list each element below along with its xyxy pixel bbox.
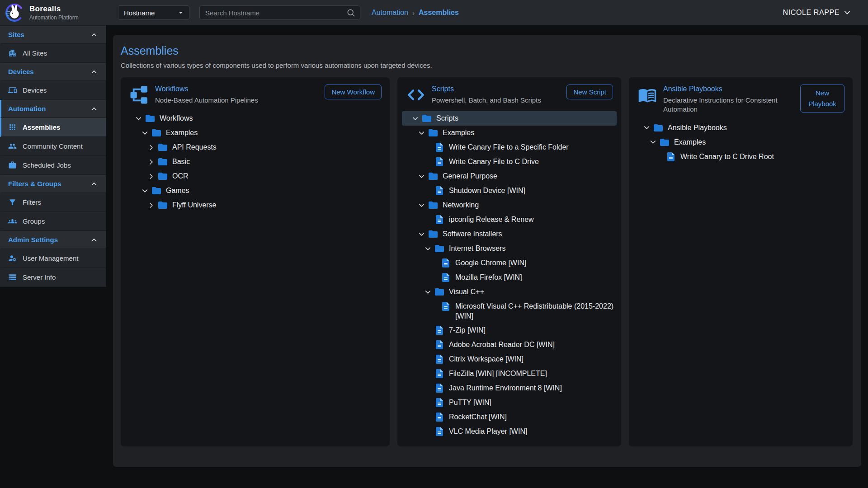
chevron-right-icon[interactable] [145,140,157,155]
chevron-right-icon[interactable] [145,169,157,183]
chevron-down-icon[interactable] [139,183,151,198]
tree-item-ipconfig-release-renew[interactable]: ipconfig Release & Renew [402,212,617,227]
chevron-down-icon[interactable] [139,126,151,140]
new-script-button[interactable]: New Script [566,84,613,99]
breadcrumb-separator-icon: › [412,9,415,17]
chevron-right-icon[interactable] [145,155,157,169]
chevron-spacer [422,323,434,338]
breadcrumb-assemblies[interactable]: Assemblies [419,9,459,17]
tree-item-ansible-playbooks[interactable]: Ansible Playbooks [633,121,848,135]
tree-item-java-runtime-environment-8-win[interactable]: Java Runtime Environment 8 [WIN] [402,381,617,395]
sidebar-section-header-sites[interactable]: Sites [0,26,106,44]
sidebar: SitesAll SitesDevicesDevicesAutomationAs… [0,25,106,287]
sidebar-section-sites: SitesAll Sites [0,26,106,63]
tree-item-workflows[interactable]: Workflows [125,111,385,126]
tree-item-write-canary-to-c-drive-root[interactable]: Write Canary to C Drive Root [633,150,848,164]
tree-item-write-canary-file-to-c-drive[interactable]: Write Canary File to C Drive [402,155,617,169]
tree-item-7-zip-win[interactable]: 7-Zip [WIN] [402,323,617,338]
chevron-down-icon[interactable] [415,169,428,183]
search-icon[interactable] [346,8,355,17]
tree-item-putty-win[interactable]: PuTTY [WIN] [402,395,617,410]
tree-item-basic[interactable]: Basic [125,155,385,169]
tree-item-citrix-workspace-win[interactable]: Citrix Workspace [WIN] [402,352,617,366]
search-box[interactable] [199,5,360,20]
chevron-down-icon[interactable] [641,121,653,135]
chevron-spacer [653,150,665,164]
tree-item-microsoft-visual-c-redistributable-2015-2022-win[interactable]: Microsoft Visual C++ Redistributable (20… [402,299,617,323]
chevron-down-icon[interactable] [422,285,434,299]
chevron-down-icon[interactable] [422,241,434,256]
tree-item-label: Shutdown Device [WIN] [449,183,528,198]
sidebar-item-user-management[interactable]: User Management [0,249,106,268]
chevron-spacer [422,366,434,381]
sidebar-section-header-devices[interactable]: Devices [0,63,106,81]
folder-icon [151,185,162,196]
chevron-right-icon[interactable] [145,198,157,212]
folder-icon [428,127,439,138]
folder-icon [428,171,439,182]
tree-item-vlc-media-player-win[interactable]: VLC Media Player [WIN] [402,424,617,439]
sidebar-item-filters[interactable]: Filters [0,193,106,212]
topbar: Borealis Automation Platform Hostname Au… [0,0,868,25]
sidebar-item-groups[interactable]: Groups [0,212,106,231]
tree-item-google-chrome-win[interactable]: Google Chrome [WIN] [402,256,617,270]
file-icon [434,397,445,408]
tree-item-adobe-acrobat-reader-dc-win[interactable]: Adobe Acrobat Reader DC [WIN] [402,338,617,352]
tree-item-shutdown-device-win[interactable]: Shutdown Device [WIN] [402,183,617,198]
tree-item-ocr[interactable]: OCR [125,169,385,183]
tree-item-api-requests[interactable]: API Requests [125,140,385,155]
tree-item-flyff-universe[interactable]: Flyff Universe [125,198,385,212]
tree-item-networking[interactable]: Networking [402,198,617,212]
devices-icon [8,86,17,94]
breadcrumb-automation[interactable]: Automation [372,9,408,17]
file-icon [434,142,445,153]
tree-item-label: Internet Browsers [449,241,508,256]
sidebar-item-community-content[interactable]: Community Content [0,137,106,156]
file-icon [434,185,445,196]
tree-item-examples[interactable]: Examples [125,126,385,140]
tree-item-label: Citrix Workspace [WIN] [449,352,526,366]
panel-subtitle: Powershell, Batch, and Bash Scripts [432,96,556,105]
chevron-down-icon[interactable] [415,198,428,212]
tree-item-examples[interactable]: Examples [402,126,617,140]
sidebar-section-header-automation[interactable]: Automation [0,100,106,118]
panel-header: ScriptsPowershell, Batch, and Bash Scrip… [397,84,621,105]
chevron-down-icon[interactable] [132,111,145,126]
sidebar-section-header-admin-settings[interactable]: Admin Settings [0,231,106,249]
chevron-down-icon[interactable] [415,227,428,241]
sidebar-item-devices[interactable]: Devices [0,81,106,100]
tree-item-visual-c[interactable]: Visual C++ [402,285,617,299]
tree-item-mozilla-firefox-win[interactable]: Mozilla Firefox [WIN] [402,270,617,285]
tree-item-label: Google Chrome [WIN] [455,256,529,270]
sidebar-item-label: Community Content [23,142,83,150]
tree-item-label: Write Canary File to a Specific Folder [449,140,571,155]
chevron-down-icon[interactable] [409,111,421,126]
chevron-down-icon[interactable] [415,126,428,140]
filter-icon [8,198,17,206]
folder-icon [428,229,439,239]
chevron-up-icon [90,236,98,244]
tree-item-software-installers[interactable]: Software Installers [402,227,617,241]
user-menu[interactable]: NICOLE RAPPE [783,8,852,17]
hostname-select[interactable]: Hostname [118,5,189,20]
building-icon [8,49,17,57]
sidebar-item-assemblies[interactable]: Assemblies [0,118,106,137]
sidebar-item-all-sites[interactable]: All Sites [0,44,106,63]
sidebar-item-scheduled-jobs[interactable]: Scheduled Jobs [0,156,106,175]
tree-item-general-purpose[interactable]: General Purpose [402,169,617,183]
tree-item-internet-browsers[interactable]: Internet Browsers [402,241,617,256]
tree-item-games[interactable]: Games [125,183,385,198]
tree-item-filezilla-win-incomplete[interactable]: FileZilla [WIN] [INCOMPLETE] [402,366,617,381]
tree-item-rocketchat-win[interactable]: RocketChat [WIN] [402,410,617,424]
tree-item-label: Basic [172,155,193,169]
tree-item-write-canary-file-to-a-specific-folder[interactable]: Write Canary File to a Specific Folder [402,140,617,155]
tree-item-examples[interactable]: Examples [633,135,848,150]
sidebar-section-header-filters-groups[interactable]: Filters & Groups [0,175,106,193]
chevron-down-icon[interactable] [647,135,659,150]
new-workflow-button[interactable]: New Workflow [325,84,382,99]
new-playbook-button[interactable]: New Playbook [800,84,844,113]
search-input[interactable] [205,9,346,17]
tree-item-scripts[interactable]: Scripts [402,111,617,126]
sidebar-item-server-info[interactable]: Server Info [0,268,106,287]
sidebar-item-label: Filters [23,198,41,206]
